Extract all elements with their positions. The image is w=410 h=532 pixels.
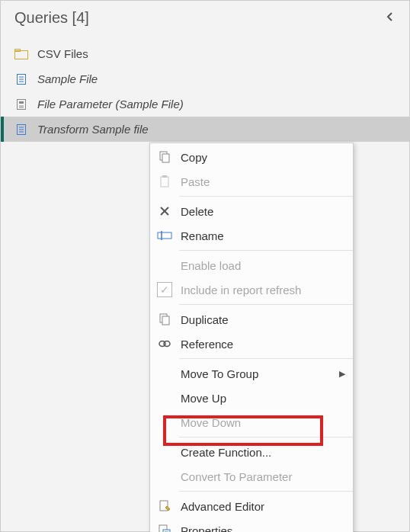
document-icon xyxy=(14,123,28,136)
submenu-arrow-icon: ▶ xyxy=(339,369,345,379)
query-item-file-parameter[interactable]: File Parameter (Sample File) xyxy=(1,91,409,117)
menu-label: Paste xyxy=(181,175,345,188)
query-item-sample-file[interactable]: Sample File xyxy=(1,66,409,91)
svg-rect-15 xyxy=(162,154,169,162)
queries-panel: Queries [4] CSV Files Sample File File P… xyxy=(0,0,410,532)
menu-move-up[interactable]: Move Up xyxy=(150,386,353,410)
menu-properties[interactable]: Properties... xyxy=(150,518,353,532)
blank-icon xyxy=(156,365,173,382)
svg-rect-20 xyxy=(158,232,171,239)
menu-label: Move Down xyxy=(181,416,345,429)
menu-advanced-editor[interactable]: Advanced Editor xyxy=(150,494,353,518)
menu-label: Create Function... xyxy=(181,446,345,459)
svg-rect-7 xyxy=(19,101,24,104)
menu-label: Convert To Parameter xyxy=(181,470,345,483)
menu-label: Advanced Editor xyxy=(181,500,345,513)
query-list: CSV Files Sample File File Parameter (Sa… xyxy=(1,37,409,142)
blank-icon xyxy=(156,257,173,274)
query-label: File Parameter (Sample File) xyxy=(37,98,184,111)
svg-point-25 xyxy=(164,341,170,347)
duplicate-icon xyxy=(156,311,173,328)
query-item-csv-files[interactable]: CSV Files xyxy=(1,41,409,66)
menu-label: Rename xyxy=(181,229,345,242)
blank-icon xyxy=(156,444,173,460)
menu-convert-to-parameter: Convert To Parameter xyxy=(150,464,353,489)
context-menu: Copy Paste Delete Rename Enable load xyxy=(149,143,354,532)
menu-move-to-group[interactable]: Move To Group ▶ xyxy=(150,361,353,386)
menu-label: Reference xyxy=(181,338,345,351)
menu-divider xyxy=(179,437,353,437)
menu-enable-load: Enable load xyxy=(150,253,353,277)
menu-divider xyxy=(179,304,353,305)
document-icon xyxy=(14,72,28,86)
menu-label: Properties... xyxy=(181,524,345,533)
folder-icon xyxy=(14,47,28,61)
properties-icon xyxy=(156,522,173,532)
svg-rect-0 xyxy=(15,50,28,59)
menu-label: Duplicate xyxy=(181,313,345,326)
menu-label: Move Up xyxy=(181,392,345,405)
blank-icon xyxy=(156,389,173,406)
panel-title: Queries [4] xyxy=(14,9,89,27)
svg-rect-6 xyxy=(18,99,26,109)
menu-create-function[interactable]: Create Function... xyxy=(150,440,353,464)
rename-icon xyxy=(156,227,173,244)
paste-icon xyxy=(156,173,173,190)
reference-icon xyxy=(156,335,173,352)
menu-label: Move To Group xyxy=(181,367,332,380)
menu-delete[interactable]: Delete xyxy=(150,199,353,223)
checkbox-checked-icon: ✓ xyxy=(156,281,173,298)
svg-rect-23 xyxy=(162,316,169,325)
blank-icon xyxy=(156,468,173,485)
parameter-icon xyxy=(14,98,28,111)
menu-label: Enable load xyxy=(181,259,345,272)
menu-reference[interactable]: Reference xyxy=(150,332,353,356)
menu-duplicate[interactable]: Duplicate xyxy=(150,307,353,332)
delete-icon xyxy=(156,203,173,220)
query-label: CSV Files xyxy=(37,47,88,60)
query-label: Sample File xyxy=(37,72,98,85)
menu-divider xyxy=(179,491,353,492)
menu-label: Copy xyxy=(181,151,345,164)
menu-divider xyxy=(179,358,353,359)
menu-label: Include in report refresh xyxy=(181,284,345,296)
menu-paste: Paste xyxy=(150,169,353,194)
menu-label: Delete xyxy=(181,205,345,218)
menu-include-refresh: ✓ Include in report refresh xyxy=(150,277,353,302)
blank-icon xyxy=(156,414,173,431)
collapse-icon[interactable] xyxy=(382,7,399,29)
copy-icon xyxy=(156,149,173,165)
menu-copy[interactable]: Copy xyxy=(150,145,353,169)
menu-divider xyxy=(179,250,353,251)
advanced-editor-icon xyxy=(156,498,173,514)
query-label: Transform Sample file xyxy=(37,123,149,136)
menu-rename[interactable]: Rename xyxy=(150,223,353,248)
menu-move-down: Move Down xyxy=(150,410,353,434)
svg-rect-16 xyxy=(161,177,168,187)
query-item-transform-sample[interactable]: Transform Sample file xyxy=(1,117,409,142)
svg-rect-17 xyxy=(162,175,167,178)
panel-header: Queries [4] xyxy=(1,1,409,37)
menu-divider xyxy=(179,196,353,197)
